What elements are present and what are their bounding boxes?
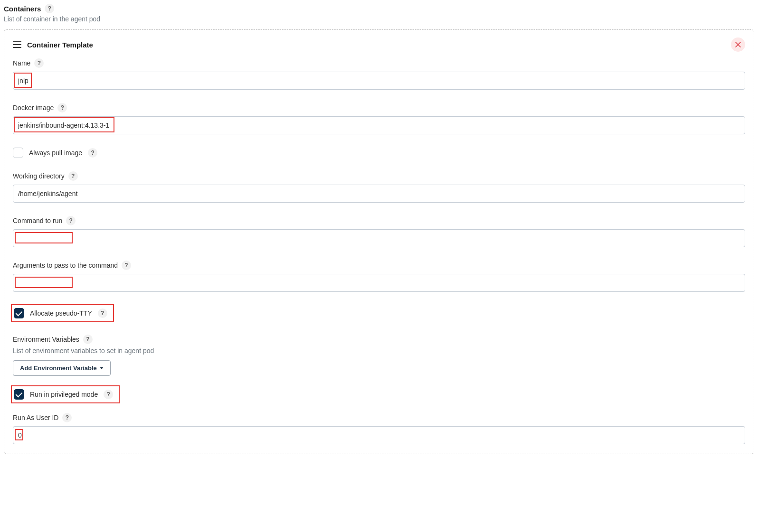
docker-image-input[interactable] [13, 116, 745, 134]
name-label-text: Name [13, 59, 30, 67]
chevron-down-icon [100, 367, 104, 369]
help-icon[interactable]: ? [45, 4, 54, 13]
help-icon[interactable]: ? [57, 103, 67, 112]
help-icon[interactable]: ? [122, 261, 131, 270]
add-env-var-button[interactable]: Add Environment Variable [13, 360, 111, 376]
drag-handle-icon[interactable] [13, 41, 21, 48]
working-dir-label-text: Working directory [13, 172, 65, 180]
containers-heading: Containers ? [4, 4, 754, 13]
working-dir-input[interactable] [13, 185, 745, 203]
arguments-field: Arguments to pass to the command ? [13, 261, 745, 292]
env-vars-section: Environment Variables ? List of environm… [13, 335, 745, 376]
docker-image-label-text: Docker image [13, 104, 54, 112]
working-dir-label: Working directory ? [13, 171, 745, 181]
panel-title: Container Template [27, 41, 725, 49]
env-vars-title: Environment Variables ? [13, 335, 745, 344]
allocate-tty-checkbox[interactable] [14, 308, 24, 318]
containers-desc: List of container in the agent pod [4, 15, 754, 23]
env-vars-desc: List of environment variables to set in … [13, 347, 745, 355]
help-icon[interactable]: ? [88, 148, 97, 158]
always-pull-checkbox[interactable] [13, 148, 23, 158]
privileged-checkbox[interactable] [14, 389, 24, 400]
working-dir-field: Working directory ? [13, 171, 745, 203]
name-input[interactable] [13, 72, 745, 90]
command-label-text: Command to run [13, 217, 62, 224]
env-vars-title-text: Environment Variables [13, 336, 79, 343]
help-icon[interactable]: ? [34, 58, 44, 68]
privileged-label: Run in privileged mode [30, 391, 98, 398]
help-icon[interactable]: ? [62, 413, 72, 422]
help-icon[interactable]: ? [68, 171, 78, 181]
name-label: Name ? [13, 58, 745, 68]
help-icon[interactable]: ? [83, 335, 93, 344]
arguments-input[interactable] [13, 274, 745, 292]
run-as-user-field: Run As User ID ? [13, 413, 745, 444]
arguments-label: Arguments to pass to the command ? [13, 261, 745, 270]
command-input[interactable] [13, 229, 745, 247]
run-as-user-input[interactable] [13, 426, 745, 444]
containers-heading-text: Containers [4, 5, 41, 13]
close-button[interactable] [731, 37, 745, 52]
privileged-field: Run in privileged mode ? [13, 386, 745, 402]
panel-header: Container Template [13, 37, 745, 52]
allocate-tty-label: Allocate pseudo-TTY [30, 309, 92, 317]
docker-image-label: Docker image ? [13, 103, 745, 112]
run-as-user-label: Run As User ID ? [13, 413, 745, 422]
add-env-var-label: Add Environment Variable [20, 364, 97, 372]
docker-image-field: Docker image ? [13, 103, 745, 134]
run-as-user-label-text: Run As User ID [13, 414, 58, 421]
always-pull-label: Always pull image [29, 149, 82, 157]
help-icon[interactable]: ? [104, 390, 113, 399]
command-label: Command to run ? [13, 216, 745, 225]
name-field: Name ? [13, 58, 745, 90]
help-icon[interactable]: ? [66, 216, 76, 225]
always-pull-field: Always pull image ? [13, 148, 745, 158]
arguments-label-text: Arguments to pass to the command [13, 261, 118, 269]
container-template-panel: Container Template Name ? Docker image ?… [4, 29, 754, 454]
allocate-tty-field: Allocate pseudo-TTY ? [13, 305, 745, 321]
help-icon[interactable]: ? [98, 308, 107, 318]
command-field: Command to run ? [13, 216, 745, 247]
close-icon [735, 42, 741, 47]
